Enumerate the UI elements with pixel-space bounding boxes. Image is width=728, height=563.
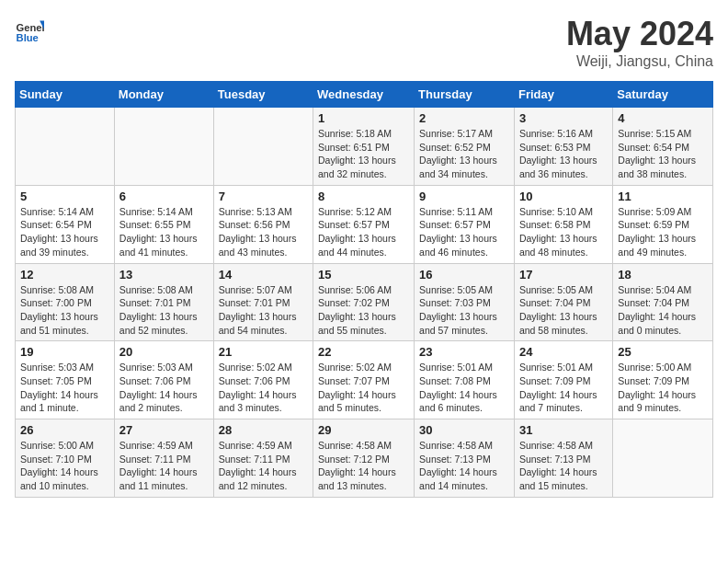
day-number: 4 [618, 111, 708, 125]
calendar-cell: 10Sunrise: 5:10 AMSunset: 6:58 PMDayligh… [514, 185, 612, 263]
calendar-cell: 22Sunrise: 5:02 AMSunset: 7:07 PMDayligh… [313, 341, 415, 419]
logo-icon: General Blue [15, 15, 44, 44]
day-info: Sunrise: 5:09 AMSunset: 6:59 PMDaylight:… [618, 205, 708, 259]
calendar-cell: 17Sunrise: 5:05 AMSunset: 7:04 PMDayligh… [514, 263, 612, 341]
day-number: 17 [519, 268, 608, 282]
day-number: 26 [20, 423, 109, 437]
calendar-cell: 25Sunrise: 5:00 AMSunset: 7:09 PMDayligh… [613, 341, 713, 419]
day-number: 29 [318, 423, 409, 437]
calendar-cell: 7Sunrise: 5:13 AMSunset: 6:56 PMDaylight… [213, 185, 313, 263]
calendar-cell: 18Sunrise: 5:04 AMSunset: 7:04 PMDayligh… [613, 263, 713, 341]
calendar-cell: 5Sunrise: 5:14 AMSunset: 6:54 PMDaylight… [16, 185, 115, 263]
calendar-cell: 6Sunrise: 5:14 AMSunset: 6:55 PMDaylight… [114, 185, 213, 263]
day-number: 31 [519, 423, 608, 437]
day-info: Sunrise: 4:59 AMSunset: 7:11 PMDaylight:… [219, 439, 308, 493]
day-info: Sunrise: 5:01 AMSunset: 7:09 PMDaylight:… [519, 361, 608, 415]
col-header-wednesday: Wednesday [313, 82, 415, 108]
day-info: Sunrise: 5:08 AMSunset: 7:01 PMDaylight:… [119, 283, 209, 338]
day-number: 14 [219, 268, 308, 282]
calendar-cell: 21Sunrise: 5:02 AMSunset: 7:06 PMDayligh… [213, 341, 313, 419]
calendar-cell: 24Sunrise: 5:01 AMSunset: 7:09 PMDayligh… [514, 341, 612, 419]
col-header-thursday: Thursday [415, 82, 515, 108]
day-number: 25 [618, 345, 708, 359]
day-number: 30 [419, 423, 509, 437]
day-info: Sunrise: 5:02 AMSunset: 7:06 PMDaylight:… [219, 361, 308, 415]
calendar-cell: 28Sunrise: 4:59 AMSunset: 7:11 PMDayligh… [213, 419, 313, 498]
calendar-cell: 29Sunrise: 4:58 AMSunset: 7:12 PMDayligh… [313, 419, 415, 498]
calendar-cell: 15Sunrise: 5:06 AMSunset: 7:02 PMDayligh… [313, 263, 415, 341]
calendar-cell [114, 108, 213, 186]
day-number: 20 [119, 345, 209, 359]
day-info: Sunrise: 5:03 AMSunset: 7:06 PMDaylight:… [119, 361, 209, 415]
day-number: 13 [119, 268, 209, 282]
calendar-cell: 20Sunrise: 5:03 AMSunset: 7:06 PMDayligh… [114, 341, 213, 419]
calendar-cell: 27Sunrise: 4:59 AMSunset: 7:11 PMDayligh… [114, 419, 213, 498]
col-header-tuesday: Tuesday [213, 82, 313, 108]
calendar-week-row: 26Sunrise: 5:00 AMSunset: 7:10 PMDayligh… [16, 419, 713, 498]
day-number: 8 [318, 190, 409, 203]
calendar-header-row: SundayMondayTuesdayWednesdayThursdayFrid… [16, 82, 713, 108]
header: General Blue May 2024 Weiji, Jiangsu, Ch… [15, 15, 713, 70]
calendar-cell: 2Sunrise: 5:17 AMSunset: 6:52 PMDaylight… [415, 108, 515, 186]
day-info: Sunrise: 4:59 AMSunset: 7:11 PMDaylight:… [119, 439, 209, 493]
day-number: 2 [419, 111, 509, 125]
calendar-cell: 19Sunrise: 5:03 AMSunset: 7:05 PMDayligh… [16, 341, 115, 419]
calendar-cell: 3Sunrise: 5:16 AMSunset: 6:53 PMDaylight… [514, 108, 612, 186]
location-title: Weiji, Jiangsu, China [566, 53, 713, 70]
svg-text:General: General [17, 22, 44, 33]
calendar-cell: 11Sunrise: 5:09 AMSunset: 6:59 PMDayligh… [613, 185, 713, 263]
day-number: 1 [318, 111, 409, 125]
day-number: 19 [20, 345, 109, 359]
calendar-cell: 30Sunrise: 4:58 AMSunset: 7:13 PMDayligh… [415, 419, 515, 498]
calendar-cell [213, 108, 313, 186]
calendar-cell: 16Sunrise: 5:05 AMSunset: 7:03 PMDayligh… [415, 263, 515, 341]
calendar-week-row: 1Sunrise: 5:18 AMSunset: 6:51 PMDaylight… [16, 108, 713, 186]
calendar-week-row: 5Sunrise: 5:14 AMSunset: 6:54 PMDaylight… [16, 185, 713, 263]
day-info: Sunrise: 4:58 AMSunset: 7:12 PMDaylight:… [318, 439, 409, 493]
day-info: Sunrise: 5:14 AMSunset: 6:54 PMDaylight:… [20, 205, 109, 259]
calendar-cell: 12Sunrise: 5:08 AMSunset: 7:00 PMDayligh… [16, 263, 115, 341]
day-info: Sunrise: 5:15 AMSunset: 6:54 PMDaylight:… [618, 127, 708, 181]
day-number: 21 [219, 345, 308, 359]
day-number: 6 [119, 190, 209, 203]
day-info: Sunrise: 5:11 AMSunset: 6:57 PMDaylight:… [419, 205, 509, 259]
day-info: Sunrise: 5:10 AMSunset: 6:58 PMDaylight:… [519, 205, 608, 259]
day-number: 7 [219, 190, 308, 203]
day-number: 12 [20, 268, 109, 282]
day-info: Sunrise: 4:58 AMSunset: 7:13 PMDaylight:… [519, 439, 608, 493]
day-info: Sunrise: 5:03 AMSunset: 7:05 PMDaylight:… [20, 361, 109, 415]
day-info: Sunrise: 5:14 AMSunset: 6:55 PMDaylight:… [119, 205, 209, 259]
day-number: 15 [318, 268, 409, 282]
logo: General Blue [15, 15, 44, 44]
day-number: 10 [519, 190, 608, 203]
day-number: 22 [318, 345, 409, 359]
day-info: Sunrise: 5:02 AMSunset: 7:07 PMDaylight:… [318, 361, 409, 415]
day-number: 11 [618, 190, 708, 203]
day-info: Sunrise: 5:05 AMSunset: 7:03 PMDaylight:… [419, 283, 509, 338]
calendar-week-row: 12Sunrise: 5:08 AMSunset: 7:00 PMDayligh… [16, 263, 713, 341]
day-number: 24 [519, 345, 608, 359]
day-number: 16 [419, 268, 509, 282]
day-info: Sunrise: 5:05 AMSunset: 7:04 PMDaylight:… [519, 283, 608, 338]
day-number: 9 [419, 190, 509, 203]
calendar-cell: 26Sunrise: 5:00 AMSunset: 7:10 PMDayligh… [16, 419, 115, 498]
svg-text:Blue: Blue [17, 32, 39, 43]
calendar-table: SundayMondayTuesdayWednesdayThursdayFrid… [15, 81, 713, 498]
day-number: 28 [219, 423, 308, 437]
col-header-saturday: Saturday [613, 82, 713, 108]
calendar-cell [613, 419, 713, 498]
col-header-monday: Monday [114, 82, 213, 108]
calendar-cell: 23Sunrise: 5:01 AMSunset: 7:08 PMDayligh… [415, 341, 515, 419]
day-info: Sunrise: 5:00 AMSunset: 7:09 PMDaylight:… [618, 361, 708, 415]
day-number: 3 [519, 111, 608, 125]
day-info: Sunrise: 5:06 AMSunset: 7:02 PMDaylight:… [318, 283, 409, 338]
calendar-cell: 4Sunrise: 5:15 AMSunset: 6:54 PMDaylight… [613, 108, 713, 186]
col-header-sunday: Sunday [16, 82, 115, 108]
day-info: Sunrise: 5:01 AMSunset: 7:08 PMDaylight:… [419, 361, 509, 415]
day-info: Sunrise: 5:07 AMSunset: 7:01 PMDaylight:… [219, 283, 308, 338]
day-info: Sunrise: 5:00 AMSunset: 7:10 PMDaylight:… [20, 439, 109, 493]
day-info: Sunrise: 4:58 AMSunset: 7:13 PMDaylight:… [419, 439, 509, 493]
calendar-week-row: 19Sunrise: 5:03 AMSunset: 7:05 PMDayligh… [16, 341, 713, 419]
day-number: 5 [20, 190, 109, 203]
day-info: Sunrise: 5:08 AMSunset: 7:00 PMDaylight:… [20, 283, 109, 338]
